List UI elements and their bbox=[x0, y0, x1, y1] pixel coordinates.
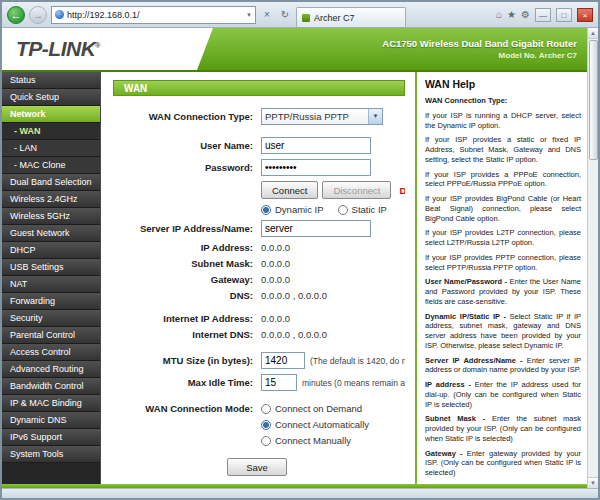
sidebar-item-guest-network[interactable]: Guest Network bbox=[2, 225, 100, 242]
sidebar-item-dhcp[interactable]: DHCP bbox=[2, 242, 100, 259]
help-paragraph: WAN Connection Type: bbox=[425, 96, 581, 106]
chevron-down-icon[interactable]: ▼ bbox=[246, 12, 252, 18]
connect-automatically-radio[interactable] bbox=[261, 420, 271, 430]
ip-address-label: IP Address: bbox=[113, 242, 261, 253]
dynamic-ip-radio[interactable] bbox=[261, 205, 271, 215]
sidebar-item-ipv6-support[interactable]: IPv6 Support bbox=[2, 429, 100, 446]
internet-ip-row: Internet IP Address: 0.0.0.0 bbox=[113, 313, 405, 324]
site-icon bbox=[55, 10, 64, 19]
wan-connection-type-select[interactable]: PPTP/Russia PPTP ▼ bbox=[261, 108, 383, 125]
wan-type-selected-value: PPTP/Russia PPTP bbox=[265, 111, 349, 122]
sidebar-item-mac-clone[interactable]: - MAC Clone bbox=[2, 157, 100, 174]
subnet-mask-row: Subnet Mask: 0.0.0.0 bbox=[113, 258, 405, 269]
wan-settings-form: WAN Connection Type: PPTP/Russia PPTP ▼ … bbox=[113, 108, 405, 476]
mtu-input[interactable] bbox=[261, 352, 305, 369]
sidebar-item-wireless-5ghz[interactable]: Wireless 5GHz bbox=[2, 208, 100, 225]
dns-value: 0.0.0.0 , 0.0.0.0 bbox=[261, 290, 327, 301]
scrollbar-thumb[interactable] bbox=[589, 40, 598, 160]
connect-button[interactable]: Connect bbox=[261, 181, 318, 199]
server-input[interactable] bbox=[261, 220, 371, 237]
browser-status-bar bbox=[2, 488, 598, 498]
connect-manually-radio[interactable] bbox=[261, 436, 271, 446]
dynamic-ip-option[interactable]: Dynamic IP bbox=[261, 204, 324, 215]
tab-title: Archer C7 bbox=[314, 13, 355, 23]
sidebar-item-wan[interactable]: - WAN bbox=[2, 123, 100, 140]
help-paragraphs: WAN Connection Type:If your ISP is runni… bbox=[425, 96, 581, 484]
refresh-icon[interactable]: ↻ bbox=[278, 9, 292, 20]
internet-ip-label: Internet IP Address: bbox=[113, 313, 261, 324]
tp-link-header: TP-LINK® AC1750 Wireless Dual Band Gigab… bbox=[2, 28, 587, 72]
gear-icon[interactable]: ⚙ bbox=[521, 9, 530, 20]
browser-tab[interactable]: Archer C7 bbox=[296, 7, 406, 27]
wan-type-label: WAN Connection Type: bbox=[113, 111, 261, 122]
static-ip-radio[interactable] bbox=[338, 205, 348, 215]
product-name: AC1750 Wireless Dual Band Gigabit Router bbox=[382, 38, 577, 49]
sidebar-item-nat[interactable]: NAT bbox=[2, 276, 100, 293]
mtu-note: (The default is 1420, do not change unle… bbox=[310, 356, 405, 366]
sidebar-item-status[interactable]: Status bbox=[2, 72, 100, 89]
tab-favicon bbox=[302, 14, 310, 22]
password-input[interactable] bbox=[261, 159, 371, 176]
help-paragraph: User Name/Password - Enter the User Name… bbox=[425, 277, 581, 306]
sidebar-item-bandwidth-control[interactable]: Bandwidth Control bbox=[2, 378, 100, 395]
sidebar-item-system-tools[interactable]: System Tools bbox=[2, 446, 100, 463]
sidebar-item-ip-mac-binding[interactable]: IP & MAC Binding bbox=[2, 395, 100, 412]
sidebar-item-network[interactable]: Network bbox=[2, 106, 100, 123]
dns-row: DNS: 0.0.0.0 , 0.0.0.0 bbox=[113, 290, 405, 301]
stop-icon[interactable]: × bbox=[260, 9, 274, 20]
help-title: WAN Help bbox=[425, 78, 581, 90]
sidebar-item-advanced-routing[interactable]: Advanced Routing bbox=[2, 361, 100, 378]
password-label: Password: bbox=[113, 162, 261, 173]
forward-button[interactable]: → bbox=[29, 6, 47, 24]
max-idle-input[interactable] bbox=[261, 374, 297, 391]
help-paragraph: Gateway - Enter gateway provided by your… bbox=[425, 449, 581, 478]
page-scrollbar[interactable]: ▲ ▼ bbox=[587, 28, 598, 488]
router-page: TP-LINK® AC1750 Wireless Dual Band Gigab… bbox=[2, 28, 587, 488]
scroll-up-icon[interactable]: ▲ bbox=[588, 28, 598, 39]
sidebar-item-dual-band-selection[interactable]: Dual Band Selection bbox=[2, 174, 100, 191]
username-input[interactable] bbox=[261, 137, 371, 154]
maximize-button[interactable]: □ bbox=[556, 8, 572, 22]
internet-dns-row: Internet DNS: 0.0.0.0 , 0.0.0.0 bbox=[113, 329, 405, 340]
max-idle-label: Max Idle Time: bbox=[113, 377, 261, 388]
static-ip-option[interactable]: Static IP bbox=[338, 204, 387, 215]
connect-manually-label: Connect Manually bbox=[275, 435, 351, 446]
sidebar-item-dynamic-dns[interactable]: Dynamic DNS bbox=[2, 412, 100, 429]
sidebar-item-lan[interactable]: - LAN bbox=[2, 140, 100, 157]
gateway-label: Gateway: bbox=[113, 274, 261, 285]
disconnect-button[interactable]: Disconnect bbox=[322, 181, 391, 199]
home-icon[interactable]: ⌂ bbox=[496, 9, 502, 20]
username-row: User Name: bbox=[113, 137, 405, 154]
mode-row-3: Connect Manually bbox=[113, 435, 405, 446]
sidebar-menu: StatusQuick SetupNetwork- WAN- LAN- MAC … bbox=[2, 72, 101, 484]
sidebar-item-forwarding[interactable]: Forwarding bbox=[2, 293, 100, 310]
gateway-row: Gateway: 0.0.0.0 bbox=[113, 274, 405, 285]
mode-row-2: Connect Automatically bbox=[113, 419, 405, 430]
minimize-button[interactable]: — bbox=[535, 8, 551, 22]
help-paragraph: IP address - Enter the IP address used f… bbox=[425, 380, 581, 409]
sidebar-item-access-control[interactable]: Access Control bbox=[2, 344, 100, 361]
connect-automatically-option[interactable]: Connect Automatically bbox=[261, 419, 369, 430]
help-panel: WAN Help WAN Connection Type:If your ISP… bbox=[415, 72, 587, 484]
model-number: Model No. Archer C7 bbox=[499, 51, 577, 60]
sidebar-item-wireless-2-4ghz[interactable]: Wireless 2.4GHz bbox=[2, 191, 100, 208]
sidebar-item-quick-setup[interactable]: Quick Setup bbox=[2, 89, 100, 106]
subnet-mask-label: Subnet Mask: bbox=[113, 258, 261, 269]
sidebar-item-usb-settings[interactable]: USB Settings bbox=[2, 259, 100, 276]
sidebar-item-security[interactable]: Security bbox=[2, 310, 100, 327]
internet-dns-label: Internet DNS: bbox=[113, 329, 261, 340]
back-button[interactable]: ← bbox=[7, 6, 25, 24]
dynamic-ip-label: Dynamic IP bbox=[275, 204, 324, 215]
connect-on-demand-radio[interactable] bbox=[261, 404, 271, 414]
help-paragraph: If your ISP is running a DHCP server, se… bbox=[425, 111, 581, 131]
connect-on-demand-option[interactable]: Connect on Demand bbox=[261, 403, 362, 414]
connect-manually-option[interactable]: Connect Manually bbox=[261, 435, 351, 446]
scroll-down-icon[interactable]: ▼ bbox=[588, 477, 598, 488]
address-bar[interactable]: http://192.168.0.1/ ▼ bbox=[51, 6, 256, 24]
favorites-star-icon[interactable]: ★ bbox=[507, 9, 516, 20]
close-button[interactable]: × bbox=[577, 8, 593, 22]
sidebar-item-parental-control[interactable]: Parental Control bbox=[2, 327, 100, 344]
password-row: Password: bbox=[113, 159, 405, 176]
save-button[interactable]: Save bbox=[227, 458, 287, 476]
mtu-label: MTU Size (in bytes): bbox=[113, 355, 261, 366]
